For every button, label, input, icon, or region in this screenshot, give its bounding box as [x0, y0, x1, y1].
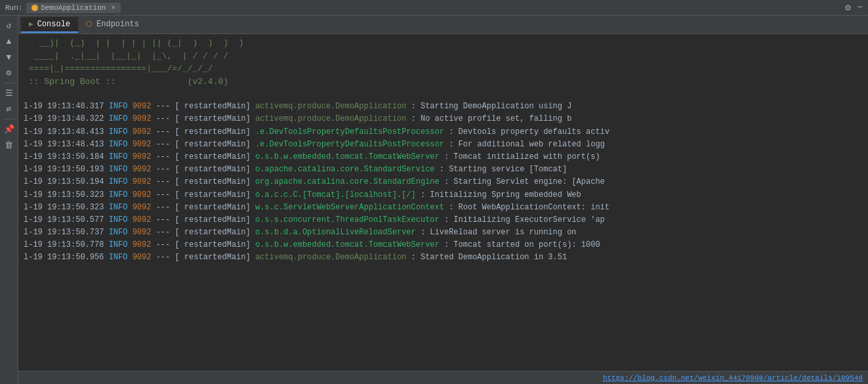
banner-line-3: ====|_|================|___/=/_/_/_/	[24, 62, 863, 75]
log-line-8: l-19 19:13:50.323 INFO 9092 --- [ restar…	[24, 202, 863, 214]
main-area: ↺ ▲ ▼ ⚙ ☰ ⇄ 📌 🗑 ▶ Console ⬡ Endpoints _	[0, 16, 868, 384]
scroll-down-button[interactable]: ▼	[2, 50, 16, 64]
tab-endpoints-label: Endpoints	[96, 20, 139, 29]
title-bar: Run: DemoApplication × ⚙ −	[0, 0, 868, 16]
title-bar-left: Run: DemoApplication ×	[5, 3, 121, 13]
endpoints-icon: ⬡	[86, 20, 93, 28]
status-link[interactable]: https://blog.csdn.net/weixin_44170908/ar…	[603, 374, 863, 382]
settings-button[interactable]: ⚙	[845, 2, 850, 13]
tab-console[interactable]: ▶ Console	[21, 17, 78, 33]
scroll-up-button[interactable]: ▲	[2, 34, 16, 49]
tab-bar: ▶ Console ⬡ Endpoints	[18, 16, 868, 34]
content-area: ▶ Console ⬡ Endpoints __)| (_) | | | | |…	[18, 16, 868, 384]
title-tab[interactable]: DemoApplication ×	[26, 3, 121, 13]
banner-line-2: ____| ._|__| |__|_| |_\, | / / / /	[24, 50, 863, 63]
log-line-3: l-19 19:13:48.413 INFO 9092 --- [ restar…	[24, 139, 863, 151]
status-bar: https://blog.csdn.net/weixin_44170908/ar…	[18, 371, 868, 384]
log-line-4: l-19 19:13:50.184 INFO 9092 --- [ restar…	[24, 151, 863, 163]
tab-endpoints[interactable]: ⬡ Endpoints	[78, 17, 147, 33]
wrap-button[interactable]: ⇄	[2, 102, 16, 116]
console-output[interactable]: __)| (_) | | | | | || (_| ) ) ) ) ____| …	[18, 34, 868, 371]
pin-button[interactable]: 📌	[2, 122, 16, 137]
toolbar-separator-1	[3, 83, 15, 83]
blank-line	[24, 88, 863, 100]
restart-button[interactable]: ↺	[2, 18, 16, 33]
tab-app-icon	[31, 5, 38, 11]
log-line-12: l-19 19:13:50.956 INFO 9092 --- [ restar…	[24, 251, 863, 264]
console-icon: ▶	[29, 20, 33, 28]
title-bar-right: ⚙ −	[845, 2, 863, 13]
log-line-0: l-19 19:13:48.317 INFO 9092 --- [ restar…	[24, 100, 863, 113]
banner-line-4: :: Spring Boot :: (v2.4.0)	[24, 75, 863, 89]
settings-icon-btn[interactable]: ⚙	[2, 66, 16, 80]
log-line-7: l-19 19:13:50.323 INFO 9092 --- [ restar…	[24, 189, 863, 202]
log-line-6: l-19 19:13:50.194 INFO 9092 --- [ restar…	[24, 176, 863, 188]
clear-button[interactable]: 🗑	[2, 138, 16, 152]
log-line-1: l-19 19:13:48.322 INFO 9092 --- [ restar…	[24, 113, 863, 125]
log-line-2: l-19 19:13:48.413 INFO 9092 --- [ restar…	[24, 126, 863, 139]
filter-button[interactable]: ☰	[2, 86, 16, 100]
tab-console-label: Console	[37, 20, 70, 29]
title-tab-close[interactable]: ×	[111, 4, 115, 12]
minimize-button[interactable]: −	[858, 2, 863, 13]
left-toolbar: ↺ ▲ ▼ ⚙ ☰ ⇄ 📌 🗑	[0, 16, 18, 384]
toolbar-separator-2	[3, 119, 15, 119]
log-line-9: l-19 19:13:50.577 INFO 9092 --- [ restar…	[24, 214, 863, 226]
title-tab-label: DemoApplication	[41, 4, 106, 12]
run-label: Run:	[5, 4, 22, 12]
log-container: l-19 19:13:48.317 INFO 9092 --- [ restar…	[24, 100, 863, 264]
log-line-10: l-19 19:13:50.737 INFO 9092 --- [ restar…	[24, 226, 863, 239]
log-line-11: l-19 19:13:50.778 INFO 9092 --- [ restar…	[24, 239, 863, 251]
banner-line-1: __)| (_) | | | | | || (_| ) ) ) )	[24, 37, 863, 50]
log-line-5: l-19 19:13:50.193 INFO 9092 --- [ restar…	[24, 163, 863, 176]
